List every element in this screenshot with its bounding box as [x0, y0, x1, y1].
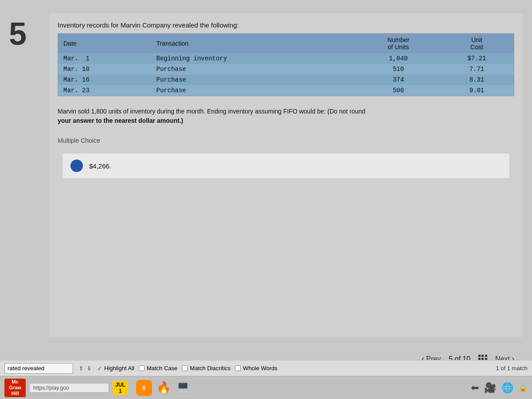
- app-icon-1[interactable]: 6: [136, 380, 152, 396]
- transaction-cell: Purchase: [151, 74, 357, 85]
- globe-icon[interactable]: 🌐: [501, 382, 513, 394]
- grid-dot: [478, 355, 481, 357]
- units-cell: 1,040: [357, 53, 440, 64]
- app-icon-3[interactable]: 🖥️: [175, 380, 191, 396]
- whole-words-checkbox[interactable]: [235, 365, 241, 371]
- inventory-table-container: Date Transaction Numberof Units UnitCost…: [58, 33, 514, 96]
- logo-line1: Mc: [12, 379, 18, 385]
- date-badge: JUL 1: [113, 381, 128, 395]
- taskbar-url[interactable]: https://play.goo: [29, 383, 109, 393]
- logo-line3: Hill: [11, 391, 19, 396]
- back-icon[interactable]: ⬅: [471, 382, 479, 394]
- find-input[interactable]: [4, 363, 73, 374]
- mcgrawhill-logo[interactable]: Mc Graw Hill: [4, 379, 26, 397]
- date-month: JUL: [115, 382, 125, 388]
- radio-selected[interactable]: [70, 160, 83, 172]
- cost-cell: 9.01: [440, 85, 514, 96]
- inventory-table: Date Transaction Numberof Units UnitCost…: [58, 34, 514, 96]
- taskbar-icons: 6 🔥 🖥️: [136, 380, 191, 396]
- table-row: Mar. 1 Beginning inventory 1,040 $7.21: [58, 53, 514, 64]
- question-text: Marvin sold 1,800 units of inventory dur…: [49, 101, 523, 128]
- units-cell: 510: [357, 64, 440, 74]
- cost-cell: 7.71: [440, 64, 514, 74]
- app-icon-2[interactable]: 🔥: [156, 380, 172, 396]
- notification-badge: 6: [142, 384, 145, 391]
- question-text-part2: your answer to the nearest dollar amount…: [58, 117, 183, 124]
- col-header-transaction: Transaction: [151, 34, 357, 53]
- transaction-cell: Beginning inventory: [151, 53, 357, 64]
- whole-words-option[interactable]: Whole Words: [235, 365, 278, 372]
- date-cell: Mar. 10: [58, 64, 151, 74]
- grid-dot: [481, 355, 484, 357]
- date-cell: Mar. 16: [58, 74, 151, 85]
- find-nav-buttons: ⇧ ⇩: [78, 365, 93, 372]
- transaction-cell: Purchase: [151, 64, 357, 74]
- match-case-checkbox[interactable]: [139, 365, 145, 371]
- question-header: Inventory records for Marvin Company rev…: [49, 13, 523, 33]
- match-diacritics-label: Match Diacritics: [190, 365, 231, 372]
- cost-cell: 8.31: [440, 74, 514, 85]
- table-row: Mar. 10 Purchase 510 7.71: [58, 64, 514, 74]
- taskbar-right: ⬅ 🎥 🌐 🔒: [471, 382, 528, 394]
- match-diacritics-checkbox[interactable]: [182, 365, 188, 371]
- find-bar: ⇧ ⇩ ✓ Highlight All Match Case Match Dia…: [0, 360, 532, 376]
- table-row: Mar. 23 Purchase 500 9.01: [58, 85, 514, 96]
- main-content: Inventory records for Marvin Company rev…: [49, 13, 523, 337]
- question-text-part1: Marvin sold 1,800 units of inventory dur…: [58, 108, 365, 115]
- find-up-button[interactable]: ⇧: [78, 365, 85, 372]
- match-diacritics-option[interactable]: Match Diacritics: [182, 365, 231, 372]
- logo-line2: Graw: [9, 385, 21, 391]
- table-row: Mar. 16 Purchase 374 8.31: [58, 74, 514, 85]
- date-cell: Mar. 23: [58, 85, 151, 96]
- lock-icon: 🔒: [519, 383, 528, 392]
- question-type-label: Multiple Choice: [49, 128, 523, 149]
- match-count: 1 of 1 match: [496, 365, 528, 372]
- answer-option[interactable]: $4,266.: [62, 153, 510, 179]
- col-header-cost: UnitCost: [440, 34, 514, 53]
- date-cell: Mar. 1: [58, 53, 151, 64]
- cost-cell: $7.21: [440, 53, 514, 64]
- match-case-label: Match Case: [147, 365, 177, 372]
- camera-icon[interactable]: 🎥: [484, 382, 496, 394]
- highlight-all-label: Highlight All: [104, 365, 134, 372]
- answer-text: $4,266.: [89, 162, 111, 170]
- taskbar: Mc Graw Hill https://play.goo JUL 1 6 🔥 …: [0, 376, 532, 399]
- col-header-units: Numberof Units: [357, 34, 440, 53]
- highlight-all-option[interactable]: ✓ Highlight All: [97, 365, 134, 372]
- units-cell: 500: [357, 85, 440, 96]
- match-case-option[interactable]: Match Case: [139, 365, 177, 372]
- date-day: 1: [119, 388, 122, 394]
- units-cell: 374: [357, 74, 440, 85]
- grid-dot: [485, 355, 487, 357]
- question-number: 5: [9, 18, 27, 50]
- checkmark-icon: ✓: [97, 365, 102, 372]
- transaction-cell: Purchase: [151, 85, 357, 96]
- col-header-date: Date: [58, 34, 151, 53]
- whole-words-label: Whole Words: [243, 365, 278, 372]
- find-down-button[interactable]: ⇩: [86, 365, 93, 372]
